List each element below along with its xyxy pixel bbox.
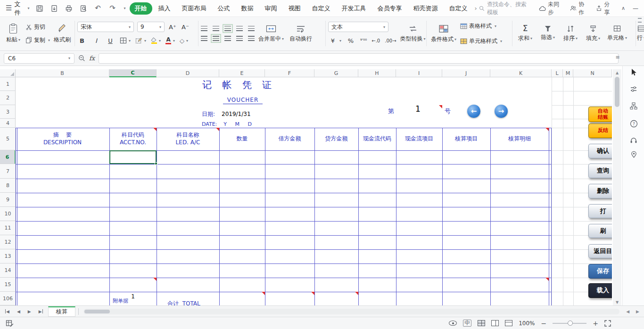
row-header-8[interactable]: 8 — [0, 179, 16, 193]
language-mode-icon[interactable]: 中 — [463, 320, 471, 327]
minimize-icon[interactable]: — — [633, 6, 638, 11]
increase-indent-button[interactable] — [248, 26, 255, 31]
edit-mode-icon[interactable] — [6, 320, 14, 327]
row-header-11[interactable]: 11 — [0, 221, 16, 235]
copy-button[interactable]: 复制▾ — [25, 35, 50, 45]
column-header-G[interactable]: G — [314, 69, 358, 77]
voucher-header-cell-2[interactable]: 科目名称LED. A/C — [157, 128, 219, 150]
cells-button[interactable]: 单元格▾ — [605, 19, 629, 48]
font-size-select[interactable]: 9▾ — [137, 22, 165, 32]
voucher-header-cell-1[interactable]: 科目代码ACCT.NO. — [109, 128, 157, 150]
table-style-button[interactable]: 表格样式▾ — [460, 21, 502, 31]
column-header-C[interactable]: C — [109, 69, 157, 77]
voucher-header-cell-9[interactable]: 核算明细 — [490, 128, 549, 150]
comma-style-icon[interactable]: ⁹′⁰⁰ — [360, 38, 367, 43]
horizontal-scrollbar-thumb[interactable] — [84, 310, 110, 313]
ribbon-collapse-icon[interactable]: ≡ — [614, 53, 621, 61]
bold-button[interactable]: B — [77, 36, 87, 45]
undo-redo-dropdown-icon[interactable]: ▾ — [124, 6, 126, 10]
confirm-button[interactable]: 确认 — [588, 144, 612, 158]
row-header-106[interactable]: 106 — [0, 292, 16, 305]
column-header-H[interactable]: H — [358, 69, 396, 77]
column-header-E[interactable]: E — [219, 69, 265, 77]
format-painter-button[interactable]: 格式刷 — [52, 19, 73, 48]
reverse-settle-button[interactable]: 反结 — [588, 123, 612, 138]
print-preview-button[interactable] — [79, 4, 88, 13]
fill-handle[interactable] — [155, 162, 157, 165]
select-all-corner[interactable] — [0, 69, 16, 77]
column-header-D[interactable]: D — [157, 69, 219, 77]
menu-tab-3[interactable]: 公式 — [213, 2, 235, 15]
align-center-button[interactable] — [213, 36, 219, 41]
decrease-font-button[interactable]: A⁻ — [181, 22, 190, 32]
voucher-header-cell-3[interactable]: 数量 — [219, 128, 265, 150]
sort-button[interactable]: 排序▾ — [560, 19, 581, 48]
row-header-3[interactable]: 3 — [0, 105, 16, 119]
row-header-7[interactable]: 7 — [0, 164, 16, 179]
increase-font-button[interactable]: A⁺ — [168, 22, 177, 32]
sheet-tab-active[interactable]: 核算 — [48, 306, 75, 317]
type-convert-button[interactable]: 类型转换▾ — [398, 19, 428, 48]
justify-button[interactable] — [236, 36, 243, 41]
row-button[interactable]: 行▾ — [631, 19, 644, 48]
org-chart-tool[interactable] — [629, 102, 638, 110]
italic-button[interactable]: I — [91, 36, 101, 45]
page-layout-view-button[interactable] — [505, 320, 512, 326]
cursor-tool[interactable] — [629, 68, 638, 76]
row-header-5[interactable]: 5 — [0, 128, 16, 150]
spreadsheet-grid[interactable]: 摘 要DESCRIPTION科目代码ACCT.NO.科目名称LED. A/C数量… — [16, 77, 612, 305]
menu-tab-11[interactable]: 自定义 — [444, 2, 473, 15]
collapse-icon[interactable]: ∧ — [621, 6, 625, 11]
column-header-J[interactable]: J — [442, 69, 490, 77]
scroll-left-icon[interactable]: ◀ — [624, 309, 631, 314]
collaborate-button[interactable]: 协作 — [570, 0, 588, 16]
help-tool[interactable]: ? — [629, 119, 638, 128]
location-tool[interactable] — [629, 150, 638, 158]
fill-color-button[interactable]: ▾ — [151, 37, 161, 44]
share-button[interactable]: 分享 — [596, 0, 614, 16]
page-break-view-button[interactable] — [491, 320, 499, 326]
cell-style-button[interactable]: 单元格样式▾ — [460, 36, 502, 46]
prev-sheet-button[interactable]: ◀ — [15, 309, 23, 314]
menu-tab-0[interactable]: 开始 — [130, 2, 152, 15]
row-header-14[interactable]: 14 — [0, 263, 16, 278]
decrease-decimal-icon[interactable]: .00→ — [385, 38, 396, 43]
draw-border-button[interactable]: ▾ — [135, 37, 146, 44]
borders-button[interactable]: ▾ — [120, 37, 131, 44]
menu-tab-1[interactable]: 插入 — [153, 2, 176, 15]
scroll-right-icon[interactable]: ▶ — [634, 309, 641, 314]
row-header-15[interactable]: 15 — [0, 278, 16, 292]
column-header-I[interactable]: I — [396, 69, 442, 77]
row-header-10[interactable]: 10 — [0, 207, 16, 221]
zoom-level[interactable]: 100% — [519, 320, 535, 327]
clear-format-button[interactable]: ◇▾ — [180, 38, 188, 44]
row-header-1[interactable]: 1 — [0, 77, 16, 91]
next-sheet-button[interactable]: ▶ — [25, 309, 33, 314]
service-tool[interactable] — [629, 136, 638, 144]
print-voucher-button[interactable]: 打 — [588, 204, 612, 218]
row-header-13[interactable]: 13 — [0, 249, 16, 263]
row-header-9[interactable]: 9 — [0, 193, 16, 207]
auto-settle-button[interactable]: 自动 结账 — [588, 107, 612, 122]
column-header-N[interactable]: N — [573, 69, 612, 77]
horizontal-scrollbar[interactable] — [83, 309, 619, 314]
scroll-down-icon[interactable]: ▼ — [613, 299, 621, 305]
wrap-text-button[interactable]: 自动换行 — [288, 19, 314, 48]
menu-tab-2[interactable]: 页面布局 — [177, 2, 212, 15]
return-button[interactable]: 返回目 — [588, 244, 612, 258]
paste-button[interactable]: 粘贴▾ — [3, 19, 24, 48]
load-voucher-button[interactable]: 载入 — [588, 283, 612, 298]
voucher-header-cell-4[interactable]: 借方金额 — [265, 128, 314, 150]
first-sheet-button[interactable]: ◀ — [3, 309, 12, 314]
column-header-K[interactable]: K — [490, 69, 552, 77]
decrease-indent-button[interactable] — [236, 26, 243, 31]
column-header-L[interactable]: L — [552, 69, 563, 77]
voucher-header-cell-6[interactable]: 现金流代码 — [358, 128, 396, 150]
zoom-slider[interactable] — [553, 323, 586, 324]
menu-tab-4[interactable]: 数据 — [236, 2, 259, 15]
number-format-select[interactable]: 文本▾ — [328, 22, 388, 32]
normal-view-button[interactable] — [478, 320, 485, 326]
align-right-button[interactable] — [224, 36, 231, 41]
adjust-tool[interactable] — [629, 85, 638, 93]
last-sheet-button[interactable]: ▶ — [36, 309, 45, 314]
